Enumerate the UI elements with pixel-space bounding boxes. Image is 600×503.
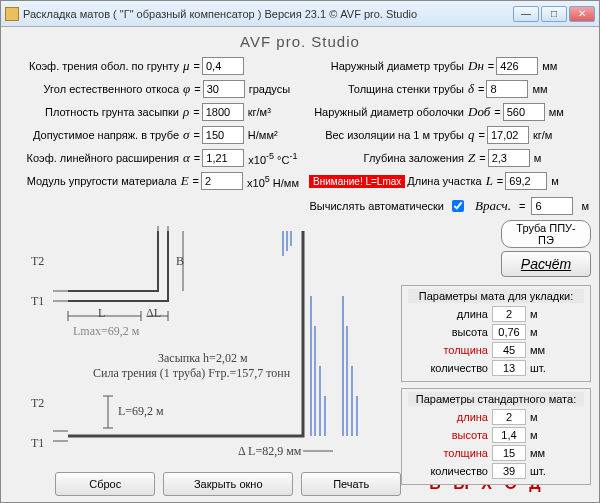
- panel-row-value[interactable]: [492, 427, 526, 443]
- input-phi[interactable]: [203, 80, 245, 98]
- input-L[interactable]: [505, 172, 547, 190]
- panel-row-unit: мм: [530, 344, 554, 356]
- panel-row: толщинамм: [408, 444, 584, 462]
- panel-row: длина2м: [408, 305, 584, 323]
- input-delta[interactable]: [486, 80, 528, 98]
- unit-Z: м: [534, 152, 542, 164]
- sym-alpha: α: [183, 150, 190, 166]
- input-E[interactable]: [201, 172, 243, 190]
- input-mu[interactable]: [202, 57, 244, 75]
- panel-row-label: толщина: [408, 447, 488, 459]
- panel-row-label: длина: [408, 411, 488, 423]
- label-q: Вес изоляции на 1 м трубы: [309, 129, 464, 141]
- minimize-button[interactable]: —: [513, 6, 539, 22]
- app-icon: [5, 7, 19, 21]
- d-T1a: T1: [31, 294, 44, 309]
- panel-row-unit: м: [530, 429, 554, 441]
- unit-rho: кг/м³: [248, 106, 271, 118]
- d-Lval: L=69,2 м: [118, 404, 164, 419]
- panel-row-unit: м: [530, 308, 554, 320]
- panel-row-label: высота: [408, 326, 488, 338]
- label-delta: Толщина стенки трубы: [309, 83, 464, 95]
- print-button[interactable]: Печать: [301, 472, 401, 496]
- sym-rho: ρ: [183, 104, 189, 120]
- input-alpha[interactable]: [202, 149, 244, 167]
- panel-row-label: количество: [408, 465, 488, 477]
- input-rho[interactable]: [202, 103, 244, 121]
- unit-delta: мм: [532, 83, 547, 95]
- d-zas: Засыпка h=2,02 м: [158, 351, 247, 366]
- input-q[interactable]: [487, 126, 529, 144]
- d-B: B: [176, 254, 184, 269]
- unit-E: x105 Н/мм: [247, 174, 299, 189]
- autocalc-checkbox[interactable]: [452, 200, 464, 212]
- warn-badge: Внимание! L=Lmax: [309, 175, 405, 188]
- app-title: AVF pro. Studio: [9, 33, 591, 50]
- row-Dn: Наружный диаметр трубы Dн= мм: [309, 56, 589, 76]
- window-title: Раскладка матов ( "Г" образный компенсат…: [23, 8, 513, 20]
- panel-row-label: толщина: [408, 344, 488, 356]
- input-sigma[interactable]: [202, 126, 244, 144]
- panel-mat-std: Параметры стандартного мата: длинамвысот…: [401, 388, 591, 485]
- calculate-button[interactable]: Расчёт: [501, 251, 591, 277]
- label-sigma: Допустимое напряж. в трубе: [9, 129, 179, 141]
- panel-row-label: высота: [408, 429, 488, 441]
- unit-alpha: x10-5 °C-1: [248, 151, 297, 166]
- unit-sigma: Н/мм²: [248, 129, 278, 141]
- label-Z: Глубина заложения: [309, 152, 464, 164]
- d-L: L: [98, 306, 105, 321]
- window-buttons: — □ ✕: [513, 6, 595, 22]
- row-rho: Плотность грунта засыпки ρ= кг/м³: [9, 102, 299, 122]
- row-E: Модуль упругости материала E= x105 Н/мм: [9, 171, 299, 191]
- diagram-svg: [13, 226, 373, 466]
- panel-row-label: количество: [408, 362, 488, 374]
- label-E: Модуль упругости материала: [9, 175, 177, 187]
- panel-row-value[interactable]: [492, 409, 526, 425]
- label-alpha: Коэф. линейного расширения: [9, 152, 179, 164]
- panel-row-value: 13: [492, 360, 526, 376]
- d-dLval: Δ L=82,9 мм: [238, 444, 301, 459]
- close-window-button[interactable]: ✕: [569, 6, 595, 22]
- sym-q: q: [468, 127, 475, 143]
- panel-row-unit: шт.: [530, 465, 554, 477]
- label-Dob: Наружный диаметр оболочки: [309, 106, 464, 118]
- input-Dn[interactable]: [496, 57, 538, 75]
- row-alpha: Коэф. линейного расширения α= x10-5 °C-1: [9, 148, 299, 168]
- label-phi: Угол естественного откоса: [9, 83, 179, 95]
- panel-row: толщина45мм: [408, 341, 584, 359]
- label-L: Длина участка: [407, 175, 481, 187]
- panel-row-value[interactable]: [492, 463, 526, 479]
- d-dL: ΔL: [146, 306, 161, 321]
- input-Z[interactable]: [488, 149, 530, 167]
- sym-mu: μ: [183, 58, 190, 74]
- right-params: Наружный диаметр трубы Dн= мм Толщина ст…: [309, 56, 589, 216]
- close-button[interactable]: Закрыть окно: [163, 472, 293, 496]
- sym-Vrasch: Врасч.: [475, 198, 511, 214]
- d-Lmax: Lmax=69,2 м: [73, 324, 139, 339]
- sym-phi: φ: [183, 81, 190, 97]
- panel-row-label: длина: [408, 308, 488, 320]
- panel-row-value: 45: [492, 342, 526, 358]
- panel-row-value[interactable]: [492, 445, 526, 461]
- sym-L: L: [486, 173, 493, 189]
- panel-mat-lay-title: Параметры мата для укладки:: [408, 289, 584, 303]
- app-window: Раскладка матов ( "Г" образный компенсат…: [0, 0, 600, 503]
- panel-row-unit: шт.: [530, 362, 554, 374]
- panel-row-value: 2: [492, 306, 526, 322]
- row-Dob: Наружный диаметр оболочки Dоб= мм: [309, 102, 589, 122]
- label-Dn: Наружный диаметр трубы: [309, 60, 464, 72]
- input-Dob[interactable]: [503, 103, 545, 121]
- row-Z: Глубина заложения Z= м: [309, 148, 589, 168]
- unit-Vrasch: м: [581, 200, 589, 212]
- unit-Dn: мм: [542, 60, 557, 72]
- pipe-type-pill[interactable]: Труба ППУ-ПЭ: [501, 220, 591, 248]
- titlebar: Раскладка матов ( "Г" образный компенсат…: [1, 1, 599, 27]
- maximize-button[interactable]: □: [541, 6, 567, 22]
- panel-mat-std-title: Параметры стандартного мата:: [408, 392, 584, 406]
- unit-L: м: [551, 175, 559, 187]
- left-params: Коэф. трения обол. по грунту μ= Угол ест…: [9, 56, 299, 216]
- d-T2a: T2: [31, 254, 44, 269]
- sym-delta: δ: [468, 81, 474, 97]
- reset-button[interactable]: Сброс: [55, 472, 155, 496]
- input-Vrasch[interactable]: [531, 197, 573, 215]
